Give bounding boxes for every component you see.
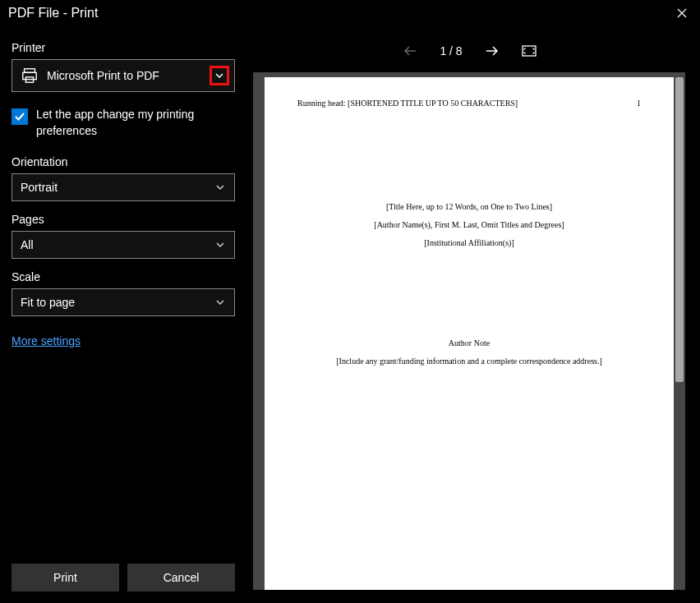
next-page-button[interactable] [484, 43, 500, 59]
chevron-down-icon [215, 297, 225, 307]
running-head: Running head: [SHORTENED TITLE UP TO 50 … [297, 99, 518, 108]
arrow-right-icon [485, 45, 500, 57]
doc-title: [Title Here, up to 12 Words, on One to T… [297, 198, 641, 216]
window-title: PDF File - Print [8, 6, 98, 21]
fit-to-window-button[interactable] [522, 45, 537, 57]
close-button[interactable] [670, 2, 693, 25]
scale-dropdown[interactable]: Fit to page [12, 288, 235, 316]
chevron-down-icon [215, 182, 225, 192]
document-page: Running head: [SHORTENED TITLE UP TO 50 … [265, 77, 674, 590]
chevron-down-icon [215, 240, 225, 250]
svg-rect-3 [523, 46, 536, 56]
fullscreen-icon [522, 45, 537, 57]
preferences-checkbox[interactable] [12, 108, 28, 125]
scale-label: Scale [12, 270, 235, 283]
preview-scrollbar[interactable] [675, 77, 684, 585]
prev-page-button [402, 43, 418, 59]
check-icon [14, 111, 25, 122]
arrow-left-icon [403, 45, 417, 57]
author-note-heading: Author Note [297, 334, 641, 352]
settings-panel: Printer Microsoft Print to PDF Let the a… [0, 26, 246, 603]
more-settings-link[interactable]: More settings [12, 334, 235, 348]
orientation-dropdown[interactable]: Portrait [12, 173, 235, 201]
chevron-down-icon [214, 71, 224, 81]
highlight-marker [210, 66, 229, 85]
pages-dropdown[interactable]: All [12, 231, 235, 259]
preview-toolbar: 1 / 8 [253, 35, 685, 67]
cancel-button[interactable]: Cancel [127, 564, 235, 591]
pages-label: Pages [12, 213, 235, 226]
author-note-body: [Include any grant/funding information a… [297, 352, 641, 371]
preview-frame: Running head: [SHORTENED TITLE UP TO 50 … [253, 72, 685, 590]
printer-label: Printer [12, 41, 235, 54]
printer-icon [21, 67, 39, 85]
doc-affiliation: [Institutional Affiliation(s)] [297, 234, 641, 252]
scrollbar-thumb[interactable] [675, 77, 684, 382]
titlebar: PDF File - Print [0, 0, 700, 26]
doc-author: [Author Name(s), First M. Last, Omit Tit… [297, 216, 641, 234]
orientation-label: Orientation [12, 155, 235, 168]
printer-dropdown[interactable]: Microsoft Print to PDF [12, 59, 235, 92]
page-indicator: 1 / 8 [440, 44, 462, 58]
scale-selected-value: Fit to page [21, 296, 75, 309]
preview-panel: 1 / 8 Running head: [SHORTENED TITLE UP … [246, 26, 700, 603]
printer-selected-value: Microsoft Print to PDF [47, 69, 159, 82]
print-button[interactable]: Print [12, 564, 119, 591]
page-number: 1 [637, 99, 641, 108]
close-icon [677, 8, 687, 18]
svg-rect-1 [23, 72, 37, 79]
preferences-checkbox-label: Let the app change my printing preferenc… [36, 107, 235, 139]
orientation-selected-value: Portrait [21, 181, 58, 194]
pages-selected-value: All [21, 238, 34, 251]
